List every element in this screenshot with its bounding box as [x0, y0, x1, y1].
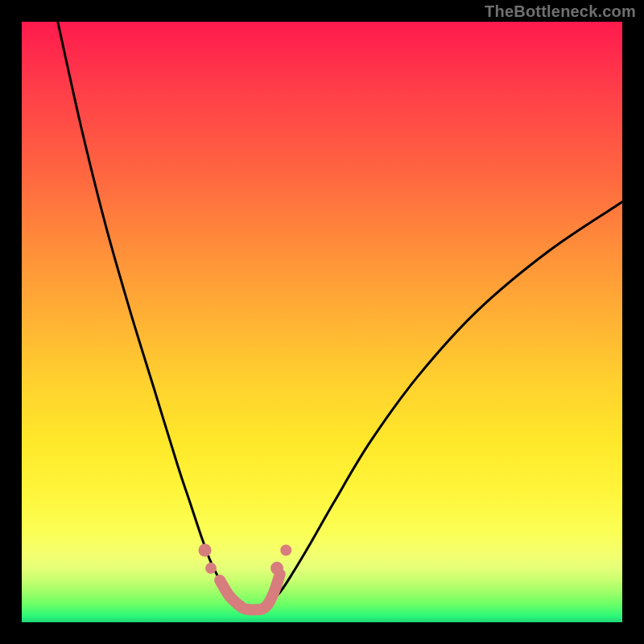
outer-frame: TheBottleneck.com [0, 0, 644, 644]
chart-svg [22, 22, 622, 622]
marker-3 [280, 544, 291, 555]
series-right-curve [268, 202, 622, 605]
series-trough-floor [220, 574, 280, 609]
series-left-curve [58, 22, 238, 605]
curve-layer [58, 22, 622, 609]
marker-1 [205, 563, 217, 574]
marker-2 [270, 562, 283, 575]
watermark-text: TheBottleneck.com [485, 2, 636, 21]
marker-0 [199, 543, 212, 556]
plot-area [22, 22, 622, 622]
